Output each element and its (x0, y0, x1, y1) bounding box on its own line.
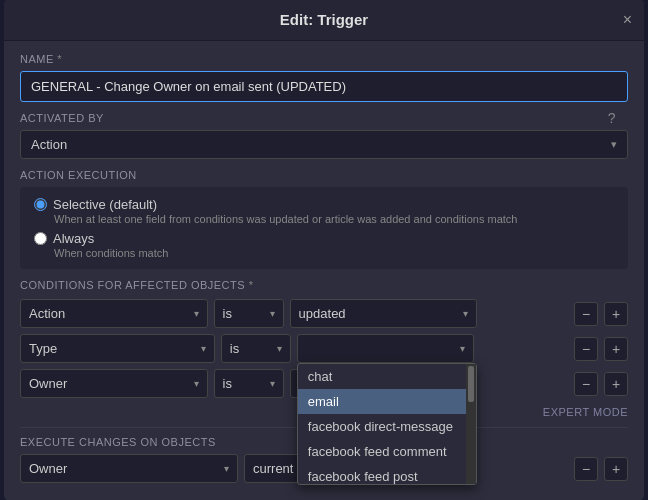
type-dropdown-list: chat email facebook direct-message faceb… (298, 364, 466, 484)
close-button[interactable]: × (623, 12, 632, 28)
condition-add-action[interactable]: + (604, 302, 628, 326)
condition-remove-action[interactable]: − (574, 302, 598, 326)
condition-row-type: Type ▾ is ▾ ▾ chat (20, 334, 628, 363)
condition-op-action[interactable]: is ▾ (214, 299, 284, 328)
name-label: NAME * (20, 53, 628, 65)
activated-by-label: ACTIVATED BY ? (20, 112, 628, 124)
dropdown-item-fb-dm[interactable]: facebook direct-message (298, 414, 466, 439)
always-label: Always (53, 231, 94, 246)
selective-label: Selective (default) (53, 197, 157, 212)
selective-option: Selective (default) When at least one fi… (34, 197, 614, 225)
modal-title: Edit: Trigger (280, 11, 368, 28)
condition-op-owner[interactable]: is ▾ (214, 369, 284, 398)
condition-value-action[interactable]: updated ▾ (290, 299, 478, 328)
help-icon[interactable]: ? (608, 110, 616, 126)
condition-remove-type[interactable]: − (574, 337, 598, 361)
selective-radio[interactable] (34, 198, 47, 211)
modal-header: Edit: Trigger × (4, 0, 644, 41)
execute-add[interactable]: + (604, 457, 628, 481)
always-hint: When conditions match (54, 247, 614, 259)
condition-add-type[interactable]: + (604, 337, 628, 361)
conditions-label: CONDITIONS FOR AFFECTED OBJECTS * (20, 279, 628, 291)
name-input[interactable] (20, 71, 628, 102)
selective-hint: When at least one field from conditions … (54, 213, 614, 225)
condition-add-owner[interactable]: + (604, 372, 628, 396)
dropdown-scrollbar[interactable] (466, 364, 476, 484)
dropdown-item-chat[interactable]: chat (298, 364, 466, 389)
dropdown-item-email[interactable]: email (298, 389, 466, 414)
always-option: Always When conditions match (34, 231, 614, 259)
activated-by-select[interactable]: Action ▾ (20, 130, 628, 159)
condition-field-action[interactable]: Action ▾ (20, 299, 208, 328)
dropdown-item-fb-post[interactable]: facebook feed post (298, 464, 466, 484)
condition-op-type[interactable]: is ▾ (221, 334, 291, 363)
execute-remove[interactable]: − (574, 457, 598, 481)
condition-row-action: Action ▾ is ▾ updated ▾ − + (20, 299, 628, 328)
conditions-section: Action ▾ is ▾ updated ▾ − + Type (20, 299, 628, 398)
action-execution-label: ACTION EXECUTION (20, 169, 628, 181)
condition-field-type[interactable]: Type ▾ (20, 334, 215, 363)
always-radio[interactable] (34, 232, 47, 245)
action-execution-section: Selective (default) When at least one fi… (20, 187, 628, 269)
activated-by-chevron: ▾ (611, 138, 617, 151)
modal-body: NAME * ACTIVATED BY ? Action ▾ ACTION EX… (4, 41, 644, 500)
condition-field-owner[interactable]: Owner ▾ (20, 369, 208, 398)
condition-remove-owner[interactable]: − (574, 372, 598, 396)
type-dropdown: chat email facebook direct-message faceb… (297, 363, 477, 485)
edit-trigger-modal: Edit: Trigger × NAME * ACTIVATED BY ? Ac… (4, 0, 644, 500)
condition-value-type[interactable]: ▾ (297, 334, 474, 363)
dropdown-item-fb-comment[interactable]: facebook feed comment (298, 439, 466, 464)
execute-field[interactable]: Owner ▾ (20, 454, 238, 483)
